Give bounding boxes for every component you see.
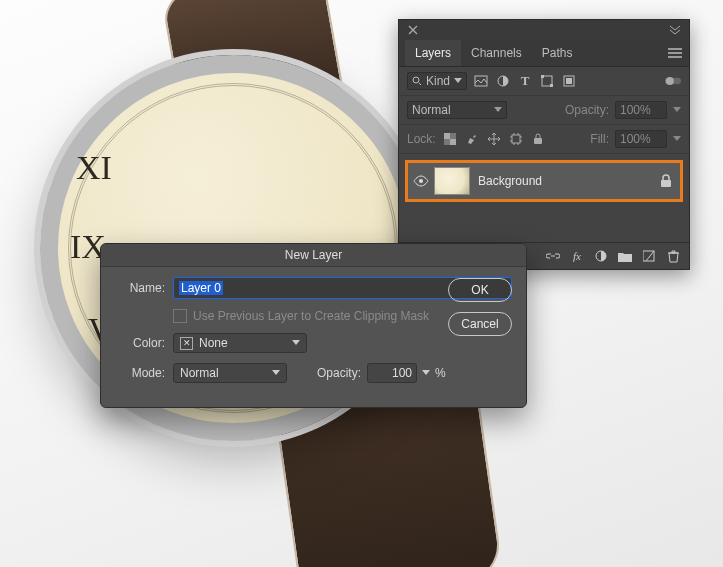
layer-background[interactable]: Background	[405, 160, 683, 202]
layer-name: Background	[478, 174, 542, 188]
filter-toggle[interactable]	[665, 73, 681, 89]
trash-icon[interactable]	[665, 248, 681, 264]
new-layer-dialog: New Layer Name: Layer 0 Use Previous Lay…	[100, 243, 527, 408]
lock-icon[interactable]	[660, 174, 672, 188]
svg-rect-5	[550, 84, 553, 87]
lock-move-icon[interactable]	[486, 131, 502, 147]
lock-label: Lock:	[407, 132, 436, 146]
tab-layers[interactable]: Layers	[405, 40, 461, 66]
opacity-input[interactable]: 100	[367, 363, 417, 383]
filter-pixel-icon[interactable]	[473, 73, 489, 89]
close-icon[interactable]	[405, 22, 421, 38]
layers-panel: Layers Channels Paths Kind T Normal	[398, 19, 690, 270]
svg-rect-13	[512, 135, 520, 143]
filter-row: Kind T	[399, 67, 689, 96]
ok-button[interactable]: OK	[448, 278, 512, 302]
fill-label: Fill:	[590, 132, 609, 146]
new-layer-icon[interactable]	[641, 248, 657, 264]
filter-smart-icon[interactable]	[561, 73, 577, 89]
lock-all-icon[interactable]	[530, 131, 546, 147]
opacity-field[interactable]: 100%	[615, 101, 667, 119]
clipping-label: Use Previous Layer to Create Clipping Ma…	[193, 309, 429, 323]
document-canvas: XI IX VIII VII Layers Channels Paths Kin…	[0, 0, 723, 567]
opacity-label: Opacity:	[565, 103, 609, 117]
svg-rect-7	[566, 78, 572, 84]
tab-paths[interactable]: Paths	[532, 40, 583, 66]
svg-point-0	[413, 77, 419, 83]
tab-channels[interactable]: Channels	[461, 40, 532, 66]
link-icon[interactable]	[545, 248, 561, 264]
svg-rect-4	[541, 75, 544, 78]
svg-rect-16	[661, 180, 671, 187]
color-label: Color:	[115, 336, 165, 350]
blend-row: Normal Opacity: 100%	[399, 96, 689, 125]
svg-rect-12	[450, 139, 456, 145]
filter-adjust-icon[interactable]	[495, 73, 511, 89]
blend-mode-select[interactable]: Normal	[407, 101, 507, 119]
color-select[interactable]: ✕ None	[173, 333, 307, 353]
panel-header	[399, 20, 689, 40]
visibility-toggle[interactable]	[408, 175, 434, 187]
mode-select[interactable]: Normal	[173, 363, 287, 383]
opacity-unit: %	[435, 366, 446, 380]
lock-brush-icon[interactable]	[464, 131, 480, 147]
filter-kind-select[interactable]: Kind	[407, 72, 467, 90]
svg-point-9	[666, 77, 674, 85]
filter-kind-label: Kind	[426, 74, 450, 88]
eye-icon	[413, 175, 429, 187]
fx-icon[interactable]: fx	[569, 248, 585, 264]
name-label: Name:	[115, 281, 165, 295]
opacity-label: Opacity:	[317, 366, 361, 380]
panel-menu-icon[interactable]	[667, 45, 683, 61]
mask-icon[interactable]	[593, 248, 609, 264]
mode-label: Mode:	[115, 366, 165, 380]
filter-type-icon[interactable]: T	[517, 73, 533, 89]
svg-rect-14	[534, 138, 542, 144]
dialog-title: New Layer	[101, 244, 526, 267]
lock-transparent-icon[interactable]	[442, 131, 458, 147]
clipping-checkbox	[173, 309, 187, 323]
svg-rect-11	[444, 133, 450, 139]
svg-point-15	[419, 179, 423, 183]
layer-thumbnail	[434, 167, 470, 195]
lock-row: Lock: Fill: 100%	[399, 125, 689, 154]
cancel-button[interactable]: Cancel	[448, 312, 512, 336]
folder-icon[interactable]	[617, 248, 633, 264]
panel-tabs: Layers Channels Paths	[399, 40, 689, 67]
fill-field[interactable]: 100%	[615, 130, 667, 148]
collapse-icon[interactable]	[667, 22, 683, 38]
filter-shape-icon[interactable]	[539, 73, 555, 89]
lock-artboard-icon[interactable]	[508, 131, 524, 147]
